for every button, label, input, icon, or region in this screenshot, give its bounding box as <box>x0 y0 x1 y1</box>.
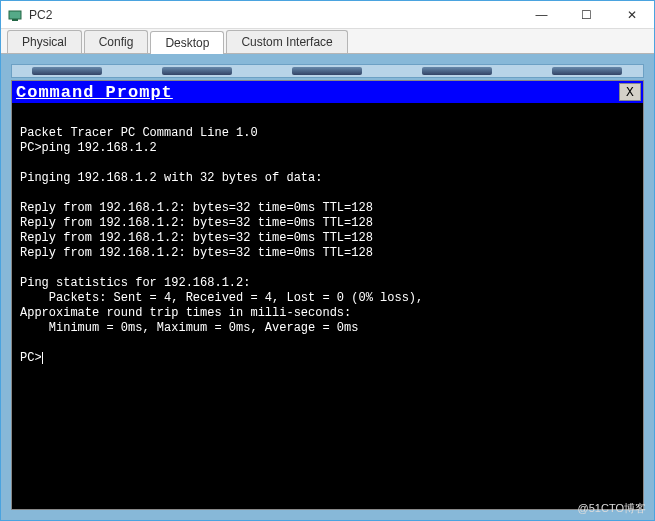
titlebar: PC2 — ☐ ✕ <box>1 1 654 29</box>
strip-icon[interactable] <box>32 67 102 75</box>
command-prompt-title: Command Prompt <box>16 83 619 102</box>
strip-icon[interactable] <box>552 67 622 75</box>
text-cursor-icon <box>42 352 43 364</box>
desktop-area: Command Prompt X Packet Tracer PC Comman… <box>1 54 654 520</box>
tab-bar: Physical Config Desktop Custom Interface <box>1 29 654 54</box>
window-controls: — ☐ ✕ <box>519 1 654 28</box>
tab-physical[interactable]: Physical <box>7 30 82 53</box>
command-prompt-window: Command Prompt X Packet Tracer PC Comman… <box>11 80 644 510</box>
tab-config[interactable]: Config <box>84 30 149 53</box>
watermark: @51CTO博客 <box>578 501 646 516</box>
app-icon <box>7 7 23 23</box>
window-title: PC2 <box>29 8 519 22</box>
tab-desktop[interactable]: Desktop <box>150 31 224 54</box>
maximize-button[interactable]: ☐ <box>564 1 609 28</box>
app-window: PC2 — ☐ ✕ Physical Config Desktop Custom… <box>0 0 655 521</box>
svg-rect-0 <box>9 11 21 19</box>
close-button[interactable]: ✕ <box>609 1 654 28</box>
strip-icon[interactable] <box>422 67 492 75</box>
command-prompt-body[interactable]: Packet Tracer PC Command Line 1.0 PC>pin… <box>12 103 643 509</box>
minimize-button[interactable]: — <box>519 1 564 28</box>
command-output: Packet Tracer PC Command Line 1.0 PC>pin… <box>20 126 423 365</box>
desktop-toolbar-strip <box>11 64 644 78</box>
svg-rect-1 <box>12 19 18 21</box>
tab-custom-interface[interactable]: Custom Interface <box>226 30 347 53</box>
command-prompt-titlebar: Command Prompt X <box>12 81 643 103</box>
command-prompt-close-button[interactable]: X <box>619 83 641 101</box>
strip-icon[interactable] <box>292 67 362 75</box>
strip-icon[interactable] <box>162 67 232 75</box>
